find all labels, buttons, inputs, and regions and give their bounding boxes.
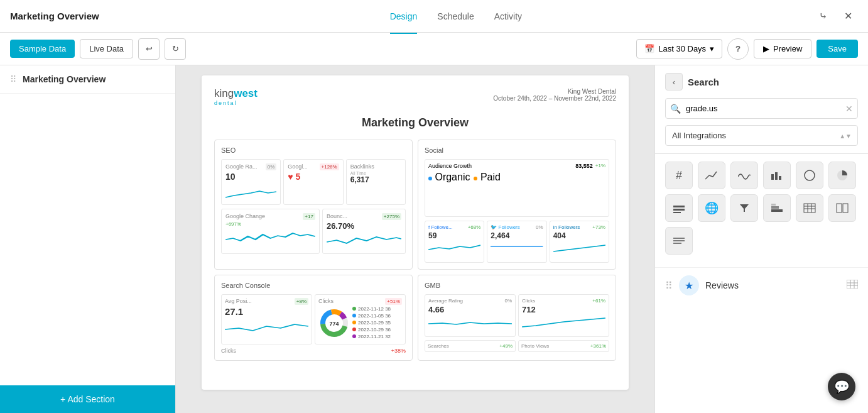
bounce-rate-metric: Bounc... +275% 26.70%	[322, 209, 406, 254]
integrations-select[interactable]: All Integrations	[665, 125, 858, 146]
google-rank-metric: Google Ra... 0% 10	[221, 159, 281, 205]
svg-rect-28	[847, 280, 858, 289]
gmb-section: GMB Average Rating 0% 4.66	[418, 275, 616, 361]
clicks-donut-metric: Clicks +51%	[315, 294, 406, 344]
brand-logo: kingwest dental	[214, 88, 258, 106]
li-followers-metric: in Followers +73% 404	[550, 221, 609, 263]
svg-rect-16	[771, 206, 779, 209]
svg-rect-13	[673, 212, 681, 213]
play-icon: ▶	[763, 44, 769, 53]
circle-widget-icon[interactable]	[796, 162, 823, 189]
preview-label: Preview	[773, 44, 802, 53]
sidebar-section-title: Marketing Overview	[23, 74, 106, 84]
list-widget-icon[interactable]	[665, 227, 693, 255]
google-change-metric: Google Change +17 +697%	[221, 209, 320, 254]
chat-icon: 💬	[834, 379, 850, 394]
line-chart-widget-icon[interactable]	[698, 162, 725, 189]
chevron-down-icon: ▾	[710, 44, 714, 53]
filter-widget-icon[interactable]	[730, 194, 758, 222]
drag-handle-icon: ⠿	[10, 74, 16, 84]
svg-rect-24	[843, 204, 848, 212]
svg-rect-23	[837, 204, 842, 212]
svg-rect-8	[779, 176, 781, 180]
pie-chart-widget-icon[interactable]	[828, 162, 856, 189]
undo-button[interactable]: ↩	[138, 38, 160, 60]
tw-followers-metric: 🐦 Followers 0% 2,464	[487, 221, 546, 263]
social-section: Social Audience Growth 83,552 +1% Organi…	[418, 140, 616, 270]
reviews-icon: ★	[679, 275, 699, 295]
svg-rect-7	[775, 172, 778, 180]
stacked-bar-widget-icon[interactable]	[763, 194, 791, 222]
redo-icon: ↻	[172, 44, 179, 53]
report-meta: King West Dental October 24th, 2022 – No…	[493, 88, 616, 102]
hashtag-widget-icon[interactable]: #	[665, 162, 693, 189]
avg-rating-metric: Average Rating 0% 4.66	[425, 294, 516, 337]
search-panel-title: Search	[688, 77, 719, 87]
share-button[interactable]: ⤷	[813, 6, 833, 26]
app-title: Marketing Overview	[10, 11, 99, 21]
fb-followers-metric: f Followe... +68% 59	[425, 221, 484, 263]
close-icon: ✕	[844, 10, 852, 22]
wave-widget-icon[interactable]	[730, 162, 758, 189]
table-widget-icon[interactable]	[796, 194, 823, 222]
help-button[interactable]: ?	[727, 38, 749, 60]
columns-widget-icon[interactable]	[828, 194, 856, 222]
calendar-icon: 📅	[644, 44, 654, 53]
help-icon: ?	[735, 44, 741, 53]
reviews-table-icon[interactable]	[847, 280, 858, 291]
clear-search-icon[interactable]: ✕	[845, 104, 853, 114]
date-range-label: Last 30 Days	[658, 44, 706, 53]
nav-design[interactable]: Design	[390, 9, 418, 24]
save-button[interactable]: Save	[816, 40, 858, 58]
search-icon: 🔍	[670, 104, 681, 114]
reviews-drag-handle: ⠿	[665, 280, 673, 292]
svg-rect-17	[771, 204, 776, 206]
date-range-button[interactable]: 📅 Last 30 Days ▾	[636, 39, 722, 58]
gmb-clicks-metric: Clicks +61% 712	[518, 294, 609, 337]
search-input[interactable]	[665, 98, 858, 119]
bar-chart-widget-icon[interactable]	[763, 162, 791, 189]
nav-activity[interactable]: Activity	[494, 9, 522, 24]
svg-text:774: 774	[329, 321, 339, 327]
nav-schedule[interactable]: Schedule	[437, 9, 474, 24]
svg-rect-15	[771, 209, 783, 212]
live-data-button[interactable]: Live Data	[80, 39, 133, 58]
column-chart-widget-icon[interactable]	[665, 194, 693, 222]
svg-rect-6	[771, 174, 774, 180]
svg-rect-11	[673, 206, 685, 207]
backlinks-metric: Backlinks All Time 6,317	[346, 159, 406, 205]
seo-section: SEO Google Ra... 0% 10	[214, 140, 413, 270]
preview-button[interactable]: ▶ Preview	[754, 39, 811, 58]
back-icon: ‹	[673, 77, 675, 87]
share-icon: ⤷	[819, 10, 827, 22]
svg-marker-14	[740, 204, 749, 212]
undo-icon: ↩	[146, 44, 153, 53]
search-console-section: Search Console Avg Posi... +8% 27.1	[214, 275, 413, 361]
reviews-label: Reviews	[705, 280, 840, 290]
report-title: Marketing Overview	[214, 116, 616, 129]
close-button[interactable]: ✕	[838, 6, 858, 26]
svg-rect-12	[673, 209, 685, 211]
reviews-section: ⠿ ★ Reviews	[655, 268, 868, 303]
redo-button[interactable]: ↻	[165, 38, 186, 60]
svg-rect-18	[804, 204, 815, 212]
back-button[interactable]: ‹	[665, 73, 683, 91]
add-section-button[interactable]: + Add Section	[0, 385, 175, 413]
chat-button[interactable]: 💬	[828, 373, 855, 400]
google-ads-metric: Googl... +126% ♥ 5	[283, 159, 343, 205]
avg-position-metric: Avg Posi... +8% 27.1	[221, 294, 312, 344]
svg-point-9	[805, 170, 815, 180]
sample-data-button[interactable]: Sample Data	[10, 40, 75, 58]
globe-widget-icon[interactable]: 🌐	[698, 194, 725, 222]
